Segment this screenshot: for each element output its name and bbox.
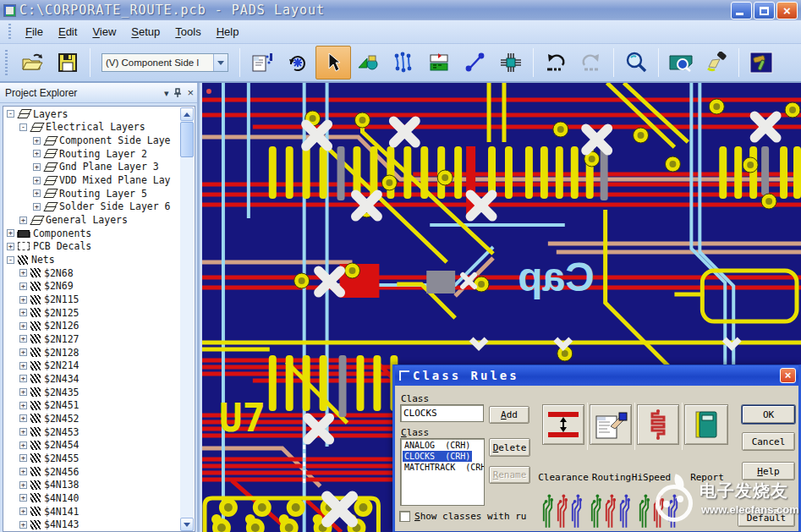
maximize-button[interactable] — [754, 2, 775, 19]
tree-item[interactable]: + $2N125 — [4, 306, 180, 320]
minimize-button[interactable] — [731, 2, 752, 19]
tree-expander[interactable]: + — [33, 203, 41, 211]
tree-expander[interactable]: + — [19, 269, 27, 277]
tree-item[interactable]: + $2N214 — [4, 359, 180, 372]
board-toolbar-button[interactable] — [422, 46, 458, 80]
tree-item[interactable]: + $2N68 — [4, 266, 180, 280]
tree-expander[interactable]: + — [19, 282, 27, 290]
open-file-button[interactable] — [14, 46, 50, 80]
tree-item[interactable]: - Nets — [4, 253, 180, 266]
tree-item[interactable]: + $2N435 — [4, 386, 180, 399]
tree-expander[interactable]: + — [7, 243, 14, 250]
class-listbox[interactable]: ANALOG(CRH) CLOCKS(CRH) MATCHTRACK(CRH) — [400, 438, 485, 506]
menu-item[interactable]: View — [85, 22, 123, 41]
tree-item[interactable]: + VDD Mixed Plane Lay — [4, 173, 180, 187]
tree-expander[interactable]: + — [19, 454, 27, 462]
class-list-item[interactable]: CLOCKS(CRH) — [403, 451, 472, 462]
zoom-button[interactable] — [618, 46, 654, 80]
menu-item[interactable]: Tools — [167, 22, 208, 41]
hispeed-rules-button[interactable] — [637, 404, 679, 445]
menu-item[interactable]: Help — [209, 22, 247, 41]
panel-menu-button[interactable]: ▾ — [164, 89, 169, 97]
dialog-close-button[interactable]: × — [780, 368, 796, 383]
tree-item[interactable]: - Layers — [4, 107, 180, 121]
tree-expander[interactable]: + — [19, 442, 27, 449]
tree-expander[interactable]: + — [19, 322, 27, 330]
tree-item[interactable]: - Electrical Layers — [4, 121, 180, 134]
tree-item[interactable]: + Solder Side Layer 6 — [4, 200, 180, 214]
tree-expander[interactable]: + — [19, 428, 27, 436]
tree-item[interactable]: + Routing Layer 5 — [4, 187, 180, 200]
menu-item[interactable]: Edit — [51, 22, 85, 41]
tools-button[interactable] — [743, 46, 779, 80]
add-route-button[interactable] — [458, 46, 493, 80]
tree-expander[interactable]: + — [19, 348, 27, 356]
menu-item[interactable]: File — [18, 22, 51, 41]
tree-item[interactable]: + $2N69 — [4, 280, 180, 293]
tree-expander[interactable]: + — [33, 137, 41, 145]
toolbar-grip[interactable] — [5, 50, 8, 76]
add-button[interactable]: Add — [489, 406, 529, 424]
report-rules-button[interactable] — [684, 404, 728, 445]
class-list-item[interactable]: MATCHTRACK(CRH) — [403, 462, 485, 473]
class-name-input[interactable] — [400, 404, 484, 422]
tree-expander[interactable]: - — [7, 256, 14, 264]
tree-item[interactable]: + PCB Decals — [4, 240, 180, 254]
tree-item[interactable]: + $4N140 — [4, 491, 180, 505]
tree-item[interactable]: + $2N451 — [4, 398, 180, 412]
tree-expander[interactable]: + — [19, 521, 27, 529]
tree-expander[interactable]: + — [19, 402, 27, 409]
class-list-item[interactable]: ANALOG(CRH) — [403, 440, 472, 451]
tree-expander[interactable]: + — [19, 494, 27, 502]
tree-item[interactable]: + $2N128 — [4, 346, 180, 359]
redo-button[interactable] — [573, 46, 609, 80]
checkbox-box[interactable] — [399, 511, 410, 522]
menu-item[interactable]: Setup — [123, 22, 167, 41]
scroll-down-button[interactable] — [180, 518, 194, 531]
tree-item[interactable]: + Components — [4, 227, 180, 240]
tree-expander[interactable]: + — [19, 362, 27, 370]
tree-item[interactable]: + Gnd Plane Layer 3 — [4, 161, 180, 174]
tree-expander[interactable]: + — [19, 388, 27, 396]
tree-item[interactable]: + $4N138 — [4, 478, 180, 491]
tree-expander[interactable]: + — [19, 335, 27, 343]
chevron-down-icon[interactable] — [213, 54, 228, 71]
tree-expander[interactable]: + — [19, 507, 27, 515]
route-toolbar-button[interactable] — [387, 46, 422, 80]
toolbar-grip[interactable] — [8, 24, 11, 40]
tree-expander[interactable]: + — [7, 229, 14, 237]
tree-expander[interactable]: + — [33, 163, 41, 171]
tree-item[interactable]: + $2N115 — [4, 293, 180, 306]
dispersion-button[interactable] — [493, 46, 529, 80]
tree-item[interactable]: + Component Side Laye — [4, 134, 180, 147]
tree-item[interactable]: + General Layers — [4, 213, 180, 227]
tree-expander[interactable]: + — [19, 375, 27, 382]
tree-expander[interactable]: + — [33, 189, 41, 197]
rename-button[interactable]: Rename — [489, 466, 530, 484]
help-button[interactable]: Help — [742, 462, 795, 480]
tree-item[interactable]: + $2N454 — [4, 438, 180, 452]
tree-expander[interactable]: + — [33, 150, 41, 157]
clearance-rules-button[interactable] — [542, 404, 584, 445]
tree-item[interactable]: + $2N455 — [4, 452, 180, 465]
tree-expander[interactable]: + — [19, 296, 27, 304]
tree-item[interactable]: + $2N126 — [4, 320, 180, 333]
routing-rules-button[interactable] — [590, 404, 632, 445]
tree-expander[interactable]: + — [33, 177, 41, 184]
show-classes-checkbox[interactable]: Show classes with ru — [399, 511, 526, 522]
tree-scrollbar[interactable] — [180, 107, 194, 531]
tree-item[interactable]: + $2N127 — [4, 332, 180, 346]
tree-item[interactable]: + $2N434 — [4, 372, 180, 386]
tree-item[interactable]: + $4N143 — [4, 518, 180, 531]
tree-item[interactable]: + $2N452 — [4, 412, 180, 425]
panel-pin-button[interactable] — [173, 88, 182, 98]
redraw-button[interactable] — [280, 46, 315, 80]
tree-item[interactable]: + $4N141 — [4, 505, 180, 518]
tree-expander[interactable]: + — [19, 414, 27, 422]
select-tool-button[interactable] — [315, 46, 351, 80]
scroll-up-button[interactable] — [180, 107, 194, 121]
panel-close-button[interactable]: × — [187, 89, 194, 97]
tree-expander[interactable]: + — [19, 468, 27, 475]
default-button[interactable]: Default — [738, 508, 795, 527]
tree-expander[interactable]: + — [19, 217, 27, 224]
